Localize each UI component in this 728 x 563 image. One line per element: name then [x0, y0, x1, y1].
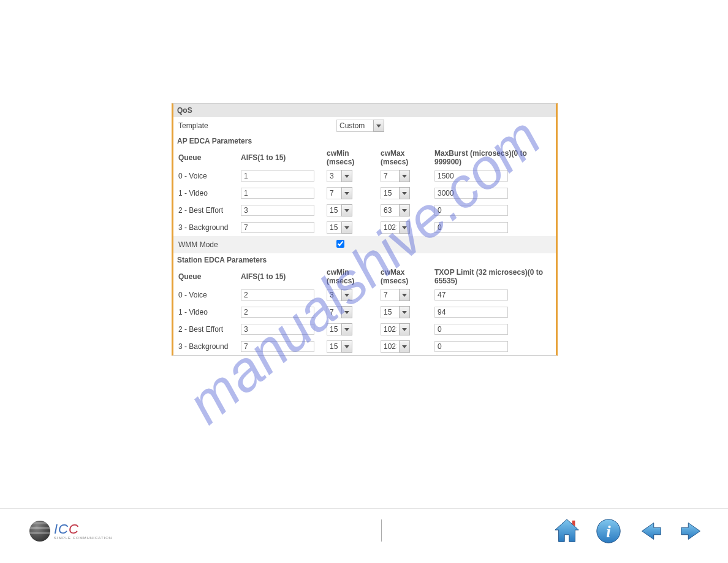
aifs-input[interactable] [241, 170, 314, 182]
queue-label: 0 - Voice [176, 170, 238, 182]
txop-input[interactable] [434, 307, 508, 318]
home-icon[interactable] [553, 517, 581, 547]
chevron-down-icon[interactable] [373, 120, 384, 132]
chevron-down-icon[interactable] [399, 221, 410, 234]
cwmin-value[interactable] [327, 221, 341, 234]
cwmax-select[interactable] [381, 170, 410, 182]
cwmin-select[interactable] [327, 170, 352, 182]
chevron-down-icon[interactable] [399, 187, 410, 199]
aifs-input[interactable] [241, 222, 314, 233]
station-edca-title: Station EDCA Parameters [173, 253, 556, 267]
chevron-down-icon[interactable] [341, 340, 352, 353]
cwmin-value[interactable] [327, 170, 341, 182]
cwmax-select[interactable] [381, 221, 410, 234]
cwmax-select[interactable] [381, 289, 410, 301]
qos-title: QoS [173, 104, 556, 117]
template-row: Template [173, 117, 556, 134]
cwmax-value[interactable] [381, 323, 399, 335]
cwmin-select[interactable] [327, 187, 352, 199]
cwmin-select[interactable] [327, 221, 352, 234]
st-hdr-cwmin: cwMin (msecs) [324, 267, 378, 286]
cwmax-value[interactable] [381, 289, 399, 301]
maxburst-input[interactable] [434, 205, 508, 216]
cwmin-value[interactable] [327, 204, 341, 216]
table-row: 0 - Voice [173, 286, 556, 304]
chevron-down-icon[interactable] [399, 340, 410, 353]
queue-label: 2 - Best Effort [176, 205, 238, 216]
chevron-down-icon[interactable] [341, 221, 352, 234]
wmm-row: WMM Mode [173, 236, 556, 253]
cwmin-select[interactable] [327, 204, 352, 216]
chevron-down-icon[interactable] [399, 323, 410, 335]
cwmax-value[interactable] [381, 340, 399, 353]
next-arrow-icon[interactable] [678, 517, 706, 547]
aifs-input[interactable] [241, 307, 314, 318]
txop-input[interactable] [434, 324, 508, 335]
chevron-down-icon[interactable] [399, 170, 410, 182]
cwmin-select[interactable] [327, 289, 352, 301]
queue-label: 3 - Background [176, 341, 238, 352]
chevron-down-icon[interactable] [399, 204, 410, 216]
ap-hdr-aifs: AIFS(1 to 15) [238, 152, 324, 163]
footer: ICC SIMPLE COMMUNICATION i [0, 508, 728, 562]
chevron-down-icon[interactable] [341, 289, 352, 301]
aifs-input[interactable] [241, 341, 314, 352]
cwmax-value[interactable] [381, 187, 399, 199]
prev-arrow-icon[interactable] [636, 517, 664, 547]
cwmin-select[interactable] [327, 306, 352, 318]
template-select-value[interactable] [336, 120, 373, 132]
cwmin-value[interactable] [327, 323, 341, 335]
table-row: 2 - Best Effort [173, 202, 556, 219]
queue-label: 3 - Background [176, 222, 238, 233]
nav-icons: i [553, 517, 706, 547]
aifs-input[interactable] [241, 324, 314, 335]
aifs-input[interactable] [241, 188, 314, 199]
maxburst-input[interactable] [434, 188, 508, 199]
cwmin-value[interactable] [327, 289, 341, 301]
template-select[interactable] [336, 120, 384, 132]
template-select-cell [334, 118, 388, 133]
cwmax-select[interactable] [381, 340, 410, 353]
cwmin-value[interactable] [327, 187, 341, 199]
ap-header-row: Queue AIFS(1 to 15) cwMin (msecs) cwMax … [173, 148, 556, 167]
cwmax-select[interactable] [381, 306, 410, 318]
maxburst-input[interactable] [434, 170, 508, 182]
chevron-down-icon[interactable] [399, 289, 410, 301]
ap-edca-title: AP EDCA Parameters [173, 134, 556, 148]
qos-panel: QoS Template AP EDCA Parameters Queue AI… [172, 103, 558, 356]
cwmax-select[interactable] [381, 204, 410, 216]
cwmax-value[interactable] [381, 221, 399, 234]
maxburst-input[interactable] [434, 222, 508, 233]
ap-hdr-cwmin: cwMin (msecs) [324, 148, 378, 167]
cwmin-select[interactable] [327, 340, 352, 353]
chevron-down-icon[interactable] [341, 170, 352, 182]
info-icon[interactable]: i [594, 517, 623, 547]
table-row: 3 - Background [173, 219, 556, 236]
queue-label: 1 - Video [176, 307, 238, 318]
ap-hdr-cwmax: cwMax (msecs) [378, 148, 432, 167]
cwmax-value[interactable] [381, 204, 399, 216]
station-header-row: Queue AIFS(1 to 15) cwMin (msecs) cwMax … [173, 267, 556, 286]
cwmax-select[interactable] [381, 323, 410, 335]
cwmax-value[interactable] [381, 170, 399, 182]
cwmin-select[interactable] [327, 323, 352, 335]
chevron-down-icon[interactable] [399, 306, 410, 318]
chevron-down-icon[interactable] [341, 187, 352, 199]
queue-label: 1 - Video [176, 188, 238, 199]
page-divider [381, 519, 382, 542]
cwmin-value[interactable] [327, 306, 341, 318]
txop-input[interactable] [434, 289, 508, 301]
chevron-down-icon[interactable] [341, 323, 352, 335]
chevron-down-icon[interactable] [341, 306, 352, 318]
cwmax-value[interactable] [381, 306, 399, 318]
st-hdr-aifs: AIFS(1 to 15) [238, 271, 324, 282]
st-hdr-queue: Queue [176, 271, 238, 282]
cwmax-select[interactable] [381, 187, 410, 199]
ap-hdr-queue: Queue [176, 152, 238, 163]
aifs-input[interactable] [241, 205, 314, 216]
chevron-down-icon[interactable] [341, 204, 352, 216]
aifs-input[interactable] [241, 289, 314, 301]
cwmin-value[interactable] [327, 340, 341, 353]
txop-input[interactable] [434, 341, 508, 352]
wmm-checkbox[interactable] [336, 240, 344, 248]
